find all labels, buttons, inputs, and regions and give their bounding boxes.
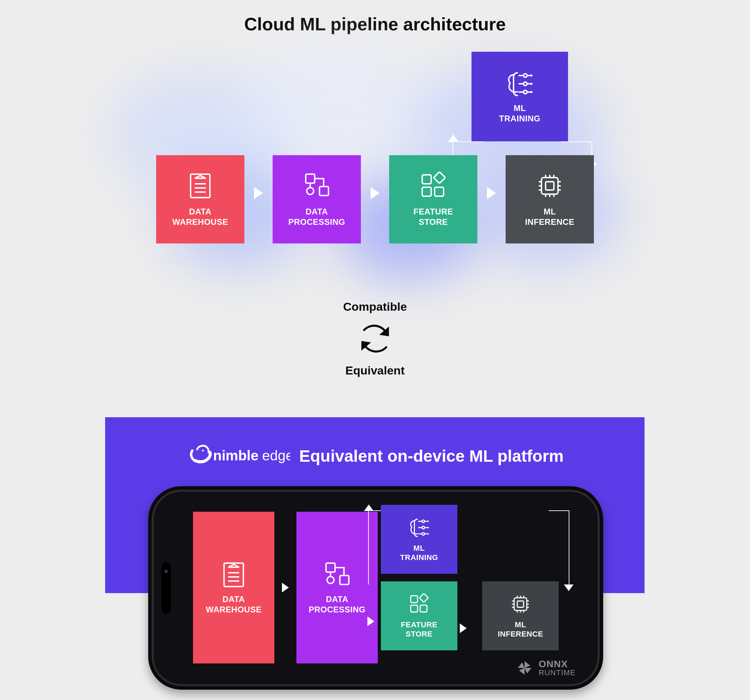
brain-icon <box>408 517 430 538</box>
ml-training-box: ML TRAINING <box>381 505 457 574</box>
warehouse-icon <box>219 560 248 589</box>
ml-inference-label: ML INFERENCE <box>525 206 574 227</box>
device-title: Equivalent on-device ML platform <box>299 446 564 466</box>
data-warehouse-label: DATA WAREHOUSE <box>172 206 228 227</box>
cloud-pipeline-row: DATA WAREHOUSE DATA PROCESSING FEATURE S… <box>156 155 594 243</box>
onnx-line2: RUNTIME <box>539 669 576 677</box>
chip-icon <box>509 593 532 615</box>
pinwheel-icon <box>515 658 534 677</box>
ml-training-label: ML TRAINING <box>499 103 541 124</box>
device-pipeline-row: DATA WAREHOUSE DATA PROCESSING <box>193 512 378 663</box>
warehouse-icon <box>186 171 215 200</box>
arrow-right-icon <box>367 617 374 626</box>
processing-icon <box>302 171 331 200</box>
arrow-up-icon <box>364 505 373 511</box>
data-processing-label: DATA PROCESSING <box>309 594 365 615</box>
nimbleedge-logo: nimble edge <box>186 442 290 470</box>
data-warehouse-box: DATA WAREHOUSE <box>156 155 244 243</box>
device-col-4: ML INFERENCE <box>476 505 565 650</box>
feature-store-box: FEATURE STORE <box>381 582 457 650</box>
data-warehouse-label: DATA WAREHOUSE <box>206 594 261 615</box>
compatible-label: Compatible <box>343 300 407 314</box>
device-col-3: ML TRAINING FEATURE STORE <box>374 505 464 650</box>
chip-icon <box>535 171 564 200</box>
feature-store-label: FEATURE STORE <box>401 620 437 639</box>
cloud-pipeline: ML TRAINING DATA WAREHOUSE DATA PROCESSI… <box>0 52 750 300</box>
features-icon <box>419 171 448 200</box>
processing-icon <box>323 560 352 589</box>
onnx-line1: ONNX <box>539 659 576 669</box>
ml-training-label: ML TRAINING <box>400 543 438 562</box>
arrow-down-icon <box>564 585 573 591</box>
data-processing-box: DATA PROCESSING <box>297 512 378 663</box>
sync-icon <box>354 320 396 358</box>
arrow-right-icon <box>254 187 263 199</box>
data-processing-label: DATA PROCESSING <box>288 206 345 227</box>
ml-inference-box: ML INFERENCE <box>482 582 559 650</box>
arrow-right-icon <box>460 623 467 633</box>
svg-point-16 <box>202 450 204 451</box>
feature-store-box: FEATURE STORE <box>389 155 477 243</box>
data-warehouse-box: DATA WAREHOUSE <box>193 512 274 663</box>
brain-icon <box>505 69 534 98</box>
arrow-right-icon <box>370 187 380 199</box>
ml-inference-label: ML INFERENCE <box>498 620 543 639</box>
arrow-right-icon <box>487 187 496 199</box>
feature-store-label: FEATURE STORE <box>413 206 453 227</box>
equivalent-label: Equivalent <box>345 364 405 377</box>
data-processing-box: DATA PROCESSING <box>273 155 361 243</box>
svg-text:edge: edge <box>262 448 290 463</box>
compatibility-block: Compatible Equivalent <box>343 300 407 377</box>
svg-text:nimble: nimble <box>213 448 258 463</box>
features-icon <box>408 593 430 615</box>
device-panel-header: nimble edge Equivalent on-device ML plat… <box>105 442 644 470</box>
cloud-title: Cloud ML pipeline architecture <box>0 14 750 34</box>
arrow-right-icon <box>282 583 289 592</box>
ml-training-box: ML TRAINING <box>472 52 568 142</box>
phone-frame: DATA WAREHOUSE DATA PROCESSING ML TRAINI… <box>148 486 603 690</box>
onnx-runtime-badge: ONNX RUNTIME <box>515 658 576 677</box>
arrow-up-icon <box>448 134 459 142</box>
device-pipeline: DATA WAREHOUSE DATA PROCESSING ML TRAINI… <box>152 490 600 686</box>
ml-inference-box: ML INFERENCE <box>506 155 594 243</box>
device-mid-arrows <box>367 575 374 585</box>
